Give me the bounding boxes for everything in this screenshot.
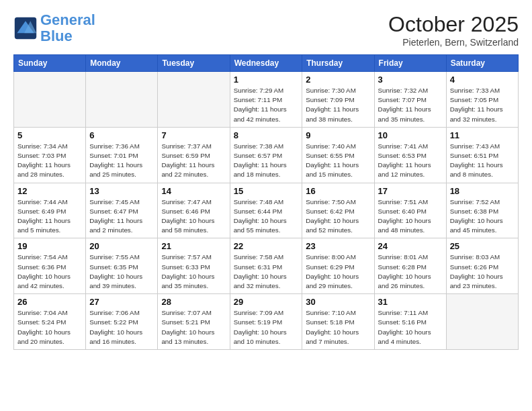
day-number: 29: [234, 297, 299, 307]
day-cell: 15Sunrise: 7:48 AMSunset: 6:44 PMDayligh…: [230, 183, 302, 238]
day-info: Sunrise: 7:06 AMSunset: 5:22 PMDaylight:…: [89, 308, 154, 347]
day-info: Sunrise: 7:33 AMSunset: 7:05 PMDaylight:…: [450, 86, 515, 124]
day-number: 31: [378, 297, 443, 307]
day-number: 5: [17, 130, 82, 140]
day-number: 2: [306, 75, 370, 85]
day-info: Sunrise: 7:41 AMSunset: 6:53 PMDaylight:…: [378, 142, 443, 180]
day-info: Sunrise: 8:00 AMSunset: 6:29 PMDaylight:…: [306, 253, 370, 291]
day-info: Sunrise: 7:10 AMSunset: 5:18 PMDaylight:…: [306, 308, 370, 347]
day-cell: 17Sunrise: 7:51 AMSunset: 6:40 PMDayligh…: [374, 183, 446, 238]
day-cell: 22Sunrise: 7:58 AMSunset: 6:31 PMDayligh…: [230, 238, 302, 294]
day-cell: [158, 72, 230, 128]
day-number: 21: [161, 241, 226, 251]
logo-line1: General: [40, 11, 95, 28]
weekday-header-tuesday: Tuesday: [158, 55, 230, 72]
day-cell: 10Sunrise: 7:41 AMSunset: 6:53 PMDayligh…: [374, 127, 446, 183]
day-info: Sunrise: 7:40 AMSunset: 6:55 PMDaylight:…: [306, 142, 370, 180]
day-cell: 27Sunrise: 7:06 AMSunset: 5:22 PMDayligh…: [86, 294, 158, 350]
day-number: 20: [89, 241, 154, 251]
day-info: Sunrise: 7:47 AMSunset: 6:46 PMDaylight:…: [161, 197, 226, 236]
day-info: Sunrise: 7:38 AMSunset: 6:57 PMDaylight:…: [234, 142, 299, 180]
day-number: 28: [161, 297, 226, 307]
day-info: Sunrise: 7:45 AMSunset: 6:47 PMDaylight:…: [89, 197, 154, 236]
day-number: 30: [306, 297, 370, 307]
day-number: 25: [450, 241, 515, 251]
calendar: SundayMondayTuesdayWednesdayThursdayFrid…: [13, 54, 519, 350]
day-info: Sunrise: 7:30 AMSunset: 7:09 PMDaylight:…: [306, 86, 370, 124]
day-info: Sunrise: 7:32 AMSunset: 7:07 PMDaylight:…: [378, 86, 443, 124]
header: General Blue October 2025 Pieterlen, Ber…: [13, 12, 519, 48]
week-row-3: 12Sunrise: 7:44 AMSunset: 6:49 PMDayligh…: [14, 183, 519, 238]
day-info: Sunrise: 7:50 AMSunset: 6:42 PMDaylight:…: [306, 197, 370, 236]
day-info: Sunrise: 7:11 AMSunset: 5:16 PMDaylight:…: [378, 308, 443, 347]
logo-text: General Blue: [40, 12, 95, 44]
week-row-4: 19Sunrise: 7:54 AMSunset: 6:36 PMDayligh…: [14, 238, 519, 294]
day-cell: 6Sunrise: 7:36 AMSunset: 7:01 PMDaylight…: [86, 127, 158, 183]
day-cell: 24Sunrise: 8:01 AMSunset: 6:28 PMDayligh…: [374, 238, 446, 294]
location: Pieterlen, Bern, Switzerland: [388, 37, 519, 48]
day-cell: 12Sunrise: 7:44 AMSunset: 6:49 PMDayligh…: [14, 183, 86, 238]
day-number: 18: [450, 186, 515, 196]
logo-icon: [13, 16, 38, 40]
weekday-header-sunday: Sunday: [14, 55, 86, 72]
day-info: Sunrise: 7:58 AMSunset: 6:31 PMDaylight:…: [234, 253, 299, 291]
day-info: Sunrise: 7:57 AMSunset: 6:33 PMDaylight:…: [161, 253, 226, 291]
day-info: Sunrise: 7:48 AMSunset: 6:44 PMDaylight:…: [234, 197, 299, 236]
weekday-header-friday: Friday: [374, 55, 446, 72]
weekday-header-thursday: Thursday: [302, 55, 374, 72]
day-cell: 20Sunrise: 7:55 AMSunset: 6:35 PMDayligh…: [86, 238, 158, 294]
day-info: Sunrise: 7:55 AMSunset: 6:35 PMDaylight:…: [89, 253, 154, 291]
page: General Blue October 2025 Pieterlen, Ber…: [0, 0, 532, 357]
title-block: October 2025 Pieterlen, Bern, Switzerlan…: [388, 12, 519, 48]
day-cell: 1Sunrise: 7:29 AMSunset: 7:11 PMDaylight…: [230, 72, 302, 128]
day-cell: 21Sunrise: 7:57 AMSunset: 6:33 PMDayligh…: [158, 238, 230, 294]
day-cell: 2Sunrise: 7:30 AMSunset: 7:09 PMDaylight…: [302, 72, 374, 128]
day-number: 11: [450, 130, 515, 140]
weekday-header-row: SundayMondayTuesdayWednesdayThursdayFrid…: [14, 55, 519, 72]
weekday-header-wednesday: Wednesday: [230, 55, 302, 72]
day-info: Sunrise: 7:36 AMSunset: 7:01 PMDaylight:…: [89, 142, 154, 180]
day-number: 19: [17, 241, 82, 251]
day-number: 16: [306, 186, 370, 196]
day-cell: 31Sunrise: 7:11 AMSunset: 5:16 PMDayligh…: [374, 294, 446, 350]
weekday-header-saturday: Saturday: [446, 55, 518, 72]
day-number: 27: [89, 297, 154, 307]
logo: General Blue: [13, 12, 95, 44]
day-cell: [446, 294, 518, 350]
day-cell: 7Sunrise: 7:37 AMSunset: 6:59 PMDaylight…: [158, 127, 230, 183]
day-cell: 4Sunrise: 7:33 AMSunset: 7:05 PMDaylight…: [446, 72, 518, 128]
day-cell: 8Sunrise: 7:38 AMSunset: 6:57 PMDaylight…: [230, 127, 302, 183]
day-cell: 23Sunrise: 8:00 AMSunset: 6:29 PMDayligh…: [302, 238, 374, 294]
weekday-header-monday: Monday: [86, 55, 158, 72]
day-cell: 19Sunrise: 7:54 AMSunset: 6:36 PMDayligh…: [14, 238, 86, 294]
day-cell: 9Sunrise: 7:40 AMSunset: 6:55 PMDaylight…: [302, 127, 374, 183]
month-title: October 2025: [388, 12, 519, 37]
day-number: 17: [378, 186, 443, 196]
day-number: 10: [378, 130, 443, 140]
day-cell: 30Sunrise: 7:10 AMSunset: 5:18 PMDayligh…: [302, 294, 374, 350]
day-cell: 29Sunrise: 7:09 AMSunset: 5:19 PMDayligh…: [230, 294, 302, 350]
day-cell: 18Sunrise: 7:52 AMSunset: 6:38 PMDayligh…: [446, 183, 518, 238]
day-cell: 13Sunrise: 7:45 AMSunset: 6:47 PMDayligh…: [86, 183, 158, 238]
day-info: Sunrise: 7:04 AMSunset: 5:24 PMDaylight:…: [17, 308, 82, 347]
day-number: 9: [306, 130, 370, 140]
day-info: Sunrise: 7:54 AMSunset: 6:36 PMDaylight:…: [17, 253, 82, 291]
day-cell: 28Sunrise: 7:07 AMSunset: 5:21 PMDayligh…: [158, 294, 230, 350]
day-number: 14: [161, 186, 226, 196]
day-number: 3: [378, 75, 443, 85]
week-row-5: 26Sunrise: 7:04 AMSunset: 5:24 PMDayligh…: [14, 294, 519, 350]
day-cell: 26Sunrise: 7:04 AMSunset: 5:24 PMDayligh…: [14, 294, 86, 350]
day-info: Sunrise: 7:09 AMSunset: 5:19 PMDaylight:…: [234, 308, 299, 347]
day-cell: [14, 72, 86, 128]
day-cell: 3Sunrise: 7:32 AMSunset: 7:07 PMDaylight…: [374, 72, 446, 128]
day-info: Sunrise: 7:44 AMSunset: 6:49 PMDaylight:…: [17, 197, 82, 236]
day-number: 23: [306, 241, 370, 251]
day-number: 12: [17, 186, 82, 196]
day-number: 7: [161, 130, 226, 140]
day-cell: 16Sunrise: 7:50 AMSunset: 6:42 PMDayligh…: [302, 183, 374, 238]
day-info: Sunrise: 7:07 AMSunset: 5:21 PMDaylight:…: [161, 308, 226, 347]
day-number: 8: [234, 130, 299, 140]
day-info: Sunrise: 8:01 AMSunset: 6:28 PMDaylight:…: [378, 253, 443, 291]
logo-line2: Blue: [40, 28, 73, 44]
day-info: Sunrise: 7:37 AMSunset: 6:59 PMDaylight:…: [161, 142, 226, 180]
